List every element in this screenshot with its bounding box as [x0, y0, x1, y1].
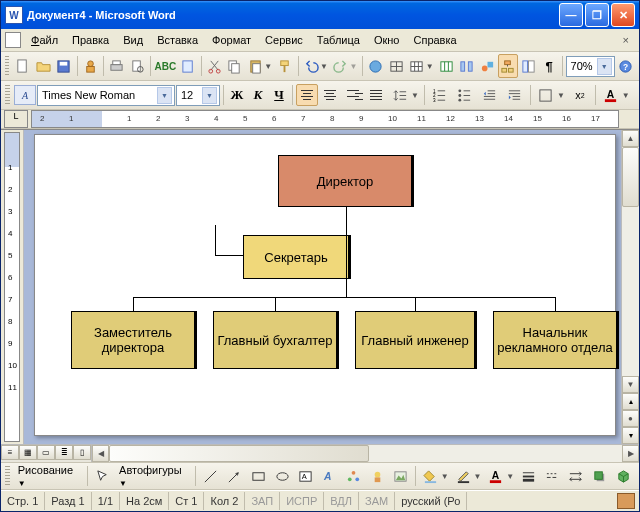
minimize-button[interactable]: — [559, 3, 583, 27]
redo-button[interactable] [331, 54, 351, 78]
drawing-toggle-button[interactable] [478, 54, 498, 78]
menu-table[interactable]: Таблица [311, 32, 366, 48]
copy-button[interactable] [225, 54, 245, 78]
insert-clipart-tool[interactable] [366, 464, 389, 488]
superscript-button[interactable]: x2 [568, 83, 592, 107]
italic-button[interactable]: К [248, 85, 268, 105]
styles-button[interactable]: A [14, 85, 36, 105]
shadow-tool[interactable] [588, 464, 611, 488]
status-rec[interactable]: ЗАП [245, 492, 280, 510]
borders-button[interactable] [534, 83, 558, 107]
org-sub-2[interactable]: Главный инженер [355, 311, 477, 369]
rectangle-tool[interactable] [247, 464, 270, 488]
web-view-button[interactable]: ▦ [19, 445, 37, 460]
font-color-tool[interactable]: A [484, 464, 507, 488]
menu-window[interactable]: Окно [368, 32, 406, 48]
menu-format[interactable]: Формат [206, 32, 257, 48]
hyperlink-button[interactable] [366, 54, 386, 78]
normal-view-button[interactable]: ≡ [1, 445, 19, 460]
tables-borders-button[interactable] [387, 54, 407, 78]
browse-object-button[interactable]: ● [622, 410, 639, 427]
titlebar[interactable]: W Документ4 - Microsoft Word — ❐ ✕ [1, 1, 639, 29]
org-secretary[interactable]: Секретарь [243, 235, 351, 279]
font-size-combo[interactable]: 12▼ [176, 85, 220, 106]
toolbar-grip[interactable] [5, 56, 9, 76]
align-right-button[interactable] [342, 84, 364, 106]
status-ovr[interactable]: ЗАМ [359, 492, 395, 510]
3d-tool[interactable] [612, 464, 635, 488]
mdi-close-icon[interactable]: × [617, 34, 635, 46]
bold-button[interactable]: Ж [227, 85, 247, 105]
paste-dropdown-icon[interactable]: ▼ [264, 62, 272, 71]
font-combo[interactable]: Times New Roman▼ [37, 85, 175, 106]
outline-view-button[interactable]: ≣ [55, 445, 73, 460]
justify-button[interactable] [365, 84, 387, 106]
size-dropdown-icon[interactable]: ▼ [202, 87, 217, 104]
diagram-button[interactable] [498, 54, 518, 78]
fill-dropdown-icon[interactable]: ▼ [441, 472, 449, 481]
maximize-button[interactable]: ❐ [585, 3, 609, 27]
indent-button[interactable] [503, 83, 527, 107]
research-button[interactable] [178, 54, 198, 78]
scroll-left-button[interactable]: ◀ [92, 445, 109, 462]
drawing-menu[interactable]: Рисование ▼ [14, 464, 85, 488]
align-left-button[interactable] [296, 84, 318, 106]
save-button[interactable] [54, 54, 74, 78]
tab-selector[interactable]: L [4, 110, 28, 128]
open-button[interactable] [34, 54, 54, 78]
next-page-button[interactable]: ▾ [622, 427, 639, 444]
redo-dropdown-icon[interactable]: ▼ [349, 62, 357, 71]
textbox-tool[interactable]: A [294, 464, 317, 488]
status-ext[interactable]: ВДЛ [324, 492, 359, 510]
menu-help[interactable]: Справка [407, 32, 462, 48]
font-color-button[interactable]: A [599, 83, 623, 107]
spellcheck-button[interactable]: ABC [154, 54, 178, 78]
org-sub-3[interactable]: Начальник рекламного отдела [493, 311, 619, 369]
print-view-button[interactable]: ▭ [37, 445, 55, 460]
outdent-button[interactable] [478, 83, 502, 107]
select-objects-button[interactable] [91, 464, 114, 488]
page-container[interactable]: Директор Секретарь Заместитель директора… [24, 130, 621, 444]
insert-table-dropdown-icon[interactable]: ▼ [426, 62, 434, 71]
paste-button[interactable] [246, 54, 266, 78]
scroll-thumb-v[interactable] [622, 147, 639, 207]
show-marks-button[interactable]: ¶ [539, 54, 559, 78]
autoshapes-menu[interactable]: Автофигуры ▼ [115, 464, 192, 488]
menu-view[interactable]: Вид [117, 32, 149, 48]
scroll-right-button[interactable]: ▶ [622, 445, 639, 462]
underline-button[interactable]: Ч [269, 85, 289, 105]
help-button[interactable]: ? [616, 54, 636, 78]
horizontal-ruler[interactable]: 211234567891011121314151617 [31, 110, 619, 128]
menu-file[interactable]: Файл [25, 32, 64, 48]
insert-picture-tool[interactable] [389, 464, 412, 488]
toolbar-grip[interactable] [5, 466, 10, 486]
scroll-down-button[interactable]: ▼ [622, 376, 639, 393]
vertical-scrollbar[interactable]: ▲ ▼ ▴ ● ▾ [621, 130, 639, 444]
font-color-dropdown-icon[interactable]: ▼ [622, 91, 630, 100]
line-color-dropdown-icon[interactable]: ▼ [474, 472, 482, 481]
toolbar-grip[interactable] [5, 85, 10, 105]
align-center-button[interactable] [319, 84, 341, 106]
document-icon[interactable] [5, 32, 21, 48]
reading-view-button[interactable]: ▯ [73, 445, 91, 460]
dash-style-tool[interactable] [541, 464, 564, 488]
menu-edit[interactable]: Правка [66, 32, 115, 48]
close-button[interactable]: ✕ [611, 3, 635, 27]
insert-worksheet-button[interactable] [437, 54, 457, 78]
menu-insert[interactable]: Вставка [151, 32, 204, 48]
scroll-thumb-h[interactable] [109, 445, 369, 462]
borders-dropdown-icon[interactable]: ▼ [557, 91, 565, 100]
insert-diagram-tool[interactable] [342, 464, 365, 488]
scroll-up-button[interactable]: ▲ [622, 130, 639, 147]
new-doc-button[interactable] [13, 54, 33, 78]
vertical-ruler[interactable]: 1234567891011 [4, 132, 20, 442]
font-color-dropdown2-icon[interactable]: ▼ [506, 472, 514, 481]
line-style-tool[interactable] [517, 464, 540, 488]
org-director[interactable]: Директор [278, 155, 414, 207]
line-color-tool[interactable] [452, 464, 475, 488]
prev-page-button[interactable]: ▴ [622, 393, 639, 410]
fill-color-tool[interactable] [419, 464, 442, 488]
line-spacing-button[interactable] [388, 83, 412, 107]
insert-table-button[interactable] [407, 54, 427, 78]
zoom-dropdown-icon[interactable]: ▼ [597, 58, 612, 75]
